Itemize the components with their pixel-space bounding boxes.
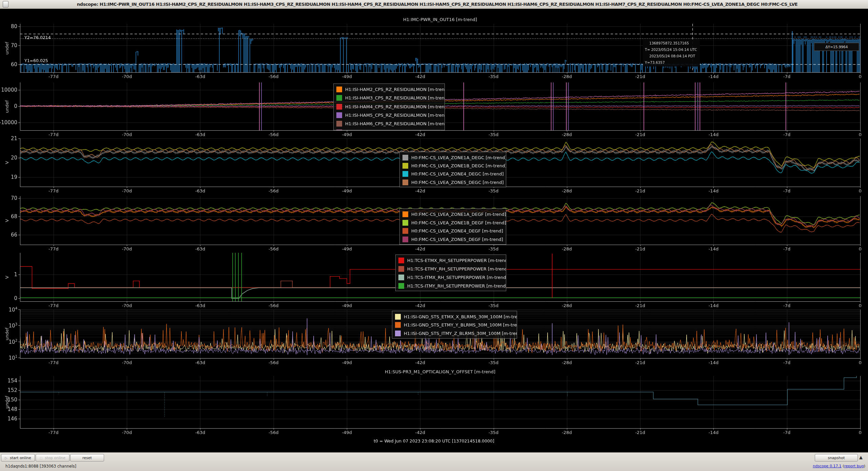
x-tick-label: -77d bbox=[43, 360, 64, 365]
x-tick-label: -14d bbox=[703, 246, 724, 251]
x-tick-label: -14d bbox=[703, 74, 724, 79]
y2-cursor-label[interactable]: Y2=76.0214 bbox=[24, 35, 51, 40]
x-tick-label: -63d bbox=[190, 74, 210, 79]
legend-swatch-icon bbox=[398, 266, 404, 272]
nds-server-status: h1daqnds1:8088 [393063 channels] bbox=[5, 464, 76, 469]
legend-item: H0:FMC-CS_LVEA_ZONE4_DEGF [m-trend] bbox=[400, 227, 506, 235]
legend-item: H0:FMC-CS_LVEA_ZONE1A_DEGC [m-trend] bbox=[400, 153, 506, 162]
x-tick-label: -14d bbox=[703, 188, 724, 193]
legend-item: H1:ISI-GND_STS_ITMY_Z_BLRMS_30M_100M [m-… bbox=[392, 329, 517, 338]
legend-box: H0:FMC-CS_LVEA_ZONE1A_DEGF [m-trend]H0:F… bbox=[399, 208, 506, 245]
x-tick-label: -56d bbox=[263, 74, 284, 79]
y-tick-label: 20 bbox=[0, 155, 17, 161]
x-tick-label: -63d bbox=[190, 303, 210, 308]
x-tick-label: -28d bbox=[557, 360, 577, 365]
start-online-button[interactable]: ▷start online bbox=[1, 454, 35, 461]
legend-channel-label: H1:ISI-HAM6_CPS_RZ_RESIDUALMON [m-trend] bbox=[345, 121, 445, 126]
legend-swatch-icon bbox=[336, 130, 342, 130]
x-tick-label: -28d bbox=[557, 188, 577, 193]
legend-channel-label: H1:ISI-HAM7_CPS_RZ_RESIDUALMON [m-trend] bbox=[345, 130, 445, 130]
legend-channel-label: H0:FMC-CS_LVEA_ZONE1B_DEGC [m-trend] bbox=[411, 163, 506, 168]
x-tick-label: 0 bbox=[850, 246, 868, 251]
x-tick-label: -56d bbox=[263, 303, 284, 308]
legend-box: H0:FMC-CS_LVEA_ZONE1A_DEGC [m-trend]H0:F… bbox=[399, 152, 506, 187]
x-tick-label: -42d bbox=[410, 430, 430, 435]
x-tick-label: -49d bbox=[337, 188, 357, 193]
x-tick-label: -56d bbox=[263, 430, 284, 435]
legend-item: H0:FMC-CS_LVEA_ZONE1B_DEGC [m-trend] bbox=[400, 162, 506, 170]
legend-item: H1:ISI-HAM2_CPS_RZ_RESIDUALMON [m-trend] bbox=[334, 85, 445, 94]
bottom-toolbar: ▷start online ◻stop online reset snapsho… bbox=[0, 452, 868, 471]
y1-cursor-label[interactable]: Y1=60.025 bbox=[24, 58, 48, 63]
x-tick-label: 0 bbox=[850, 360, 868, 365]
legend-item: H0:FMC-CS_LVEA_ZONE5_DEGC [m-trend] bbox=[400, 178, 506, 186]
legend-swatch-icon bbox=[336, 112, 342, 118]
x-tick-label: -63d bbox=[190, 360, 210, 365]
legend-swatch-icon bbox=[402, 171, 408, 177]
reset-button[interactable]: reset bbox=[70, 454, 104, 461]
y-tick-label: 21 bbox=[0, 135, 17, 142]
x-tick-label: -7d bbox=[777, 132, 797, 137]
x-tick-label: -7d bbox=[777, 74, 797, 79]
x-tick-label: -49d bbox=[337, 74, 357, 79]
x-tick-label: -7d bbox=[777, 360, 797, 365]
x-tick-label: -28d bbox=[557, 430, 577, 435]
x-tick-label: -70d bbox=[117, 246, 137, 251]
x-tick-label: -35d bbox=[484, 246, 504, 251]
legend-item: H1:TCS-ETMY_RH_SETUPPERPOWER [m-trend] bbox=[396, 265, 506, 273]
x-tick-label: -21d bbox=[630, 430, 650, 435]
x-tick-label: -21d bbox=[630, 303, 650, 308]
x-tick-label: -21d bbox=[630, 360, 650, 365]
cursor-gps-time: 1368975872.3517165 bbox=[645, 40, 697, 46]
legend-channel-label: H0:FMC-CS_LVEA_ZONE5_DEGC [m-trend] bbox=[411, 180, 504, 185]
x-tick-label: -35d bbox=[484, 132, 504, 137]
x-tick-label: -35d bbox=[484, 188, 504, 193]
x-tick-label: -77d bbox=[43, 430, 64, 435]
y-tick-label: -10000 bbox=[0, 119, 17, 126]
legend-item: H1:ISI-GND_STS_ETMX_X_BLRMS_30M_100M [m-… bbox=[392, 313, 517, 321]
x-tick-label: -35d bbox=[484, 303, 504, 308]
snapshot-button[interactable]: snapshot bbox=[815, 454, 858, 461]
x-tick-label: 0 bbox=[850, 303, 868, 308]
x-tick-label: -70d bbox=[117, 430, 137, 435]
x-tick-label: -77d bbox=[43, 188, 64, 193]
legend-channel-label: H0:FMC-CS_LVEA_ZONE5_DEGF [m-trend] bbox=[411, 237, 503, 242]
x-tick-label: -56d bbox=[263, 188, 284, 193]
x-tick-label: -49d bbox=[337, 360, 357, 365]
legend-swatch-icon bbox=[336, 87, 342, 92]
legend-swatch-icon bbox=[398, 283, 404, 289]
legend-swatch-icon bbox=[395, 331, 401, 336]
x-tick-label: -42d bbox=[410, 246, 430, 251]
plot-title: H1:SUS-PR3_M1_OPTICALIGN_Y_OFFSET [m-tre… bbox=[20, 369, 860, 374]
stop-online-button[interactable]: ◻stop online bbox=[36, 454, 70, 461]
x-tick-label: -28d bbox=[557, 132, 577, 137]
x-tick-label: -42d bbox=[410, 74, 430, 79]
legend-channel-label: H1:ISI-HAM2_CPS_RZ_RESIDUALMON [m-trend] bbox=[345, 87, 445, 92]
x-tick-label: -28d bbox=[557, 246, 577, 251]
x-tick-label: -28d bbox=[557, 303, 577, 308]
x-tick-label: -7d bbox=[777, 303, 797, 308]
version-link[interactable]: ndscope 0.17.1 bbox=[813, 464, 842, 468]
x-tick-label: -14d bbox=[703, 360, 724, 365]
x-tick-label: -63d bbox=[190, 188, 210, 193]
legend-item: H0:FMC-CS_LVEA_ZONE1B_DEGF [m-trend] bbox=[400, 219, 506, 227]
x-tick-label: -49d bbox=[337, 246, 357, 251]
y-tick-label: 104 bbox=[0, 306, 17, 313]
x-tick-label: -21d bbox=[630, 188, 650, 193]
x-tick-label: -77d bbox=[43, 246, 64, 251]
x-tick-label: -7d bbox=[777, 430, 797, 435]
x-tick-label: -77d bbox=[43, 132, 64, 137]
x-tick-label: -42d bbox=[410, 188, 430, 193]
x-tick-label: -35d bbox=[484, 360, 504, 365]
legend-item: H1:TCS-ETMX_RH_SETUPPERPOWER [m-trend] bbox=[396, 256, 506, 265]
legend-swatch-icon bbox=[336, 95, 342, 101]
x-tick-label: -70d bbox=[117, 188, 137, 193]
expand-arrow-icon[interactable]: ▲ bbox=[859, 455, 863, 460]
y-tick-label: 19 bbox=[0, 174, 17, 180]
legend-swatch-icon bbox=[402, 180, 408, 185]
x-tick-label: -56d bbox=[263, 360, 284, 365]
y-axis-label: V bbox=[4, 161, 9, 164]
report-bug-link[interactable]: report bug bbox=[844, 464, 864, 468]
x-tick-label: 0 bbox=[850, 188, 868, 193]
legend-channel-label: H1:ISI-HAM4_CPS_RZ_RESIDUALMON [m-trend] bbox=[345, 104, 445, 109]
